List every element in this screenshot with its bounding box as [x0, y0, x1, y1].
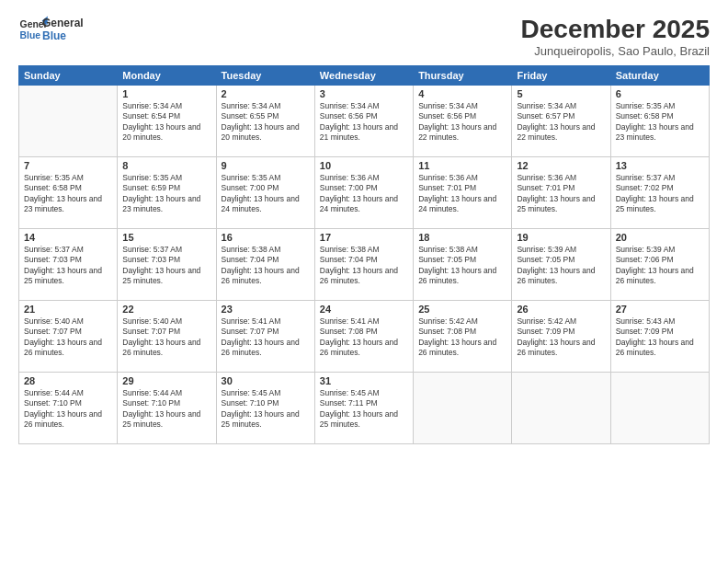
- day-cell: 20Sunrise: 5:39 AMSunset: 7:06 PMDayligh…: [610, 229, 709, 301]
- cell-info: Sunrise: 5:36 AMSunset: 7:00 PMDaylight:…: [320, 173, 408, 215]
- day-cell: [19, 86, 118, 157]
- cell-info: Sunrise: 5:34 AMSunset: 6:54 PMDaylight:…: [122, 101, 210, 144]
- day-cell: 9Sunrise: 5:35 AMSunset: 7:00 PMDaylight…: [216, 157, 314, 229]
- cell-info: Sunrise: 5:45 AMSunset: 7:10 PMDaylight:…: [222, 388, 310, 431]
- day-number: 20: [616, 232, 704, 243]
- header: General Blue General Blue December 2025 …: [18, 15, 710, 58]
- day-cell: 5Sunrise: 5:34 AMSunset: 6:57 PMDaylight…: [512, 86, 610, 157]
- cell-info: Sunrise: 5:34 AMSunset: 6:55 PMDaylight:…: [222, 101, 310, 144]
- col-header-monday: Monday: [118, 66, 216, 86]
- col-header-tuesday: Tuesday: [216, 66, 314, 86]
- cell-info: Sunrise: 5:41 AMSunset: 7:08 PMDaylight:…: [320, 316, 408, 359]
- cell-info: Sunrise: 5:38 AMSunset: 7:04 PMDaylight:…: [320, 245, 408, 287]
- day-cell: 26Sunrise: 5:42 AMSunset: 7:09 PMDayligh…: [512, 301, 610, 373]
- day-number: 29: [122, 375, 210, 386]
- day-cell: 16Sunrise: 5:38 AMSunset: 7:04 PMDayligh…: [216, 229, 314, 301]
- day-number: 25: [418, 304, 506, 315]
- cell-info: Sunrise: 5:40 AMSunset: 7:07 PMDaylight:…: [24, 316, 112, 359]
- cell-info: Sunrise: 5:45 AMSunset: 7:11 PMDaylight:…: [320, 388, 408, 431]
- svg-text:Blue: Blue: [20, 30, 41, 40]
- day-number: 30: [222, 375, 310, 386]
- day-cell: 30Sunrise: 5:45 AMSunset: 7:10 PMDayligh…: [216, 373, 314, 444]
- cell-info: Sunrise: 5:35 AMSunset: 6:58 PMDaylight:…: [24, 173, 112, 215]
- day-number: 16: [222, 232, 310, 243]
- cell-info: Sunrise: 5:37 AMSunset: 7:03 PMDaylight:…: [122, 245, 210, 287]
- day-cell: 7Sunrise: 5:35 AMSunset: 6:58 PMDaylight…: [19, 157, 118, 229]
- day-cell: [414, 373, 512, 444]
- day-cell: 4Sunrise: 5:34 AMSunset: 6:56 PMDaylight…: [414, 86, 512, 157]
- day-cell: [512, 373, 610, 444]
- day-cell: 23Sunrise: 5:41 AMSunset: 7:07 PMDayligh…: [216, 301, 314, 373]
- week-row-2: 14Sunrise: 5:37 AMSunset: 7:03 PMDayligh…: [19, 229, 710, 301]
- day-cell: 15Sunrise: 5:37 AMSunset: 7:03 PMDayligh…: [118, 229, 216, 301]
- day-number: 6: [616, 88, 704, 99]
- col-header-wednesday: Wednesday: [314, 66, 413, 86]
- day-number: 10: [320, 160, 408, 171]
- logo-general: General: [42, 17, 84, 29]
- day-cell: 3Sunrise: 5:34 AMSunset: 6:56 PMDaylight…: [314, 86, 413, 157]
- cell-info: Sunrise: 5:35 AMSunset: 6:58 PMDaylight:…: [616, 101, 704, 144]
- cell-info: Sunrise: 5:38 AMSunset: 7:04 PMDaylight:…: [222, 245, 310, 287]
- cell-info: Sunrise: 5:35 AMSunset: 6:59 PMDaylight:…: [122, 173, 210, 215]
- cell-info: Sunrise: 5:36 AMSunset: 7:01 PMDaylight:…: [517, 173, 605, 215]
- day-cell: 19Sunrise: 5:39 AMSunset: 7:05 PMDayligh…: [512, 229, 610, 301]
- day-cell: 18Sunrise: 5:38 AMSunset: 7:05 PMDayligh…: [414, 229, 512, 301]
- cell-info: Sunrise: 5:40 AMSunset: 7:07 PMDaylight:…: [122, 316, 210, 359]
- cell-info: Sunrise: 5:36 AMSunset: 7:01 PMDaylight:…: [418, 173, 506, 215]
- day-cell: 10Sunrise: 5:36 AMSunset: 7:00 PMDayligh…: [314, 157, 413, 229]
- col-header-thursday: Thursday: [414, 66, 512, 86]
- cell-info: Sunrise: 5:42 AMSunset: 7:08 PMDaylight:…: [418, 316, 506, 359]
- day-number: 26: [517, 304, 605, 315]
- cell-info: Sunrise: 5:39 AMSunset: 7:06 PMDaylight:…: [616, 245, 704, 287]
- day-cell: 28Sunrise: 5:44 AMSunset: 7:10 PMDayligh…: [19, 373, 118, 444]
- day-number: 17: [320, 232, 408, 243]
- col-header-sunday: Sunday: [19, 66, 118, 86]
- cell-info: Sunrise: 5:43 AMSunset: 7:09 PMDaylight:…: [616, 316, 704, 359]
- day-number: 9: [222, 160, 310, 171]
- title-block: December 2025 Junqueiropolis, Sao Paulo,…: [521, 15, 710, 58]
- cell-info: Sunrise: 5:34 AMSunset: 6:56 PMDaylight:…: [320, 101, 408, 144]
- location: Junqueiropolis, Sao Paulo, Brazil: [521, 44, 710, 58]
- day-cell: 27Sunrise: 5:43 AMSunset: 7:09 PMDayligh…: [610, 301, 709, 373]
- col-header-friday: Friday: [512, 66, 610, 86]
- cell-info: Sunrise: 5:37 AMSunset: 7:02 PMDaylight:…: [616, 173, 704, 215]
- day-cell: 24Sunrise: 5:41 AMSunset: 7:08 PMDayligh…: [314, 301, 413, 373]
- day-number: 12: [517, 160, 605, 171]
- day-number: 19: [517, 232, 605, 243]
- day-number: 15: [122, 232, 210, 243]
- logo-blue: Blue: [42, 29, 84, 42]
- day-number: 2: [222, 88, 310, 99]
- day-number: 18: [418, 232, 506, 243]
- day-number: 8: [122, 160, 210, 171]
- day-number: 22: [122, 304, 210, 315]
- cell-info: Sunrise: 5:42 AMSunset: 7:09 PMDaylight:…: [517, 316, 605, 359]
- day-cell: 22Sunrise: 5:40 AMSunset: 7:07 PMDayligh…: [118, 301, 216, 373]
- day-number: 31: [320, 375, 408, 386]
- day-number: 11: [418, 160, 506, 171]
- day-number: 23: [222, 304, 310, 315]
- day-number: 21: [24, 304, 112, 315]
- day-cell: 6Sunrise: 5:35 AMSunset: 6:58 PMDaylight…: [610, 86, 709, 157]
- day-cell: 8Sunrise: 5:35 AMSunset: 6:59 PMDaylight…: [118, 157, 216, 229]
- day-number: 7: [24, 160, 112, 171]
- day-cell: 1Sunrise: 5:34 AMSunset: 6:54 PMDaylight…: [118, 86, 216, 157]
- cell-info: Sunrise: 5:38 AMSunset: 7:05 PMDaylight:…: [418, 245, 506, 287]
- day-number: 5: [517, 88, 605, 99]
- day-cell: 17Sunrise: 5:38 AMSunset: 7:04 PMDayligh…: [314, 229, 413, 301]
- cell-info: Sunrise: 5:37 AMSunset: 7:03 PMDaylight:…: [24, 245, 112, 287]
- cell-info: Sunrise: 5:35 AMSunset: 7:00 PMDaylight:…: [222, 173, 310, 215]
- cell-info: Sunrise: 5:41 AMSunset: 7:07 PMDaylight:…: [222, 316, 310, 359]
- day-number: 4: [418, 88, 506, 99]
- day-cell: 29Sunrise: 5:44 AMSunset: 7:10 PMDayligh…: [118, 373, 216, 444]
- day-cell: 31Sunrise: 5:45 AMSunset: 7:11 PMDayligh…: [314, 373, 413, 444]
- week-row-1: 7Sunrise: 5:35 AMSunset: 6:58 PMDaylight…: [19, 157, 710, 229]
- header-row: SundayMondayTuesdayWednesdayThursdayFrid…: [19, 66, 710, 86]
- logo: General Blue General Blue: [18, 15, 84, 44]
- calendar-table: SundayMondayTuesdayWednesdayThursdayFrid…: [18, 65, 710, 444]
- day-cell: 11Sunrise: 5:36 AMSunset: 7:01 PMDayligh…: [414, 157, 512, 229]
- cell-info: Sunrise: 5:34 AMSunset: 6:57 PMDaylight:…: [517, 101, 605, 144]
- day-cell: 13Sunrise: 5:37 AMSunset: 7:02 PMDayligh…: [610, 157, 709, 229]
- day-cell: 21Sunrise: 5:40 AMSunset: 7:07 PMDayligh…: [19, 301, 118, 373]
- day-cell: 12Sunrise: 5:36 AMSunset: 7:01 PMDayligh…: [512, 157, 610, 229]
- day-number: 14: [24, 232, 112, 243]
